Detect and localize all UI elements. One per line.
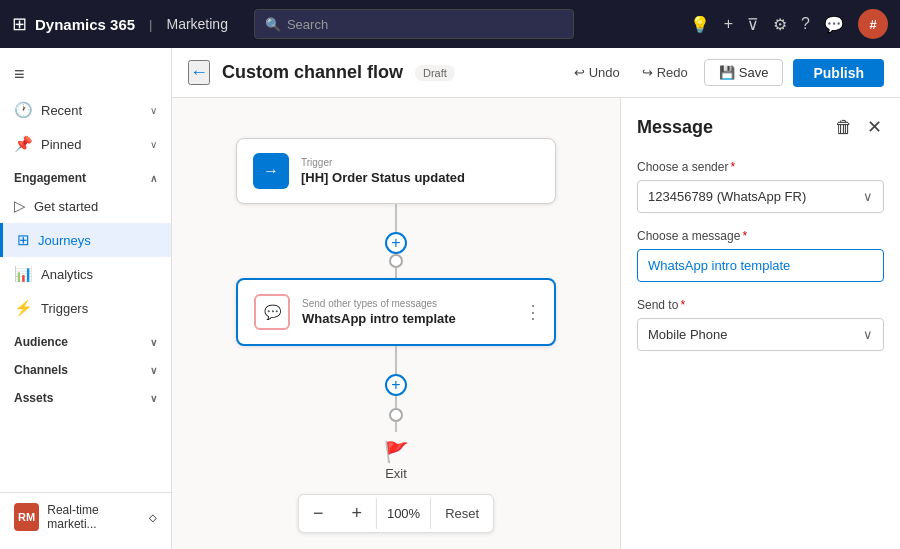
sender-label: Choose a sender* xyxy=(637,160,884,174)
get-started-label: Get started xyxy=(34,199,98,214)
triggers-icon: ⚡ xyxy=(14,299,33,317)
message-field: Choose a message* WhatsApp intro templat… xyxy=(637,229,884,298)
sidebar-bottom[interactable]: RM Real-time marketi... ◇ xyxy=(0,492,171,541)
message-content: Send other types of messages WhatsApp in… xyxy=(302,298,456,326)
engagement-section: Engagement ∧ xyxy=(0,161,171,189)
right-panel: Message 🗑 ✕ Choose a sender* 123456789 (… xyxy=(620,98,900,549)
back-button[interactable]: ← xyxy=(188,60,210,85)
top-navigation: ⊞ Dynamics 365 | Marketing 🔍 💡 + ⊽ ⚙ ? 💬… xyxy=(0,0,900,48)
trigger-icon-box: → xyxy=(253,153,289,189)
panel-title: Message xyxy=(637,117,833,138)
message-input[interactable]: WhatsApp intro template xyxy=(637,249,884,282)
sidebar-item-get-started[interactable]: ▷ Get started xyxy=(0,189,171,223)
subheader-actions: ↩ Undo ↪ Redo 💾 Save Publish xyxy=(568,59,884,87)
panel-header: Message 🗑 ✕ xyxy=(637,114,884,140)
node-menu-icon[interactable]: ⋮ xyxy=(524,301,542,323)
bottom-avatar: RM xyxy=(14,503,39,531)
sender-select[interactable]: 123456789 (WhatsApp FR) ∨ xyxy=(637,180,884,213)
save-label: Save xyxy=(739,65,769,80)
page-title: Custom channel flow xyxy=(222,62,403,83)
main-content: ← Custom channel flow Draft ↩ Undo ↪ Red… xyxy=(172,48,900,549)
undo-icon: ↩ xyxy=(574,65,585,80)
zoom-in-button[interactable]: + xyxy=(337,495,376,532)
sendto-field: Send to* Mobile Phone ∨ xyxy=(637,298,884,367)
save-icon: 💾 xyxy=(719,65,735,80)
search-icon: 🔍 xyxy=(265,17,281,32)
connector-5 xyxy=(395,422,397,432)
undo-label: Undo xyxy=(589,65,620,80)
sidebar-item-recent[interactable]: 🕐 Recent ∨ xyxy=(0,93,171,127)
engagement-chevron[interactable]: ∧ xyxy=(150,173,157,184)
exit-label: Exit xyxy=(385,466,407,481)
nav-icons: 💡 + ⊽ ⚙ ? 💬 # xyxy=(690,9,888,39)
connector-circle-2 xyxy=(389,408,403,422)
analytics-icon: 📊 xyxy=(14,265,33,283)
zoom-bar: − + 100% Reset xyxy=(298,494,494,533)
analytics-label: Analytics xyxy=(41,267,93,282)
search-input[interactable] xyxy=(287,17,563,32)
add-node-2[interactable]: + xyxy=(385,374,407,396)
lightbulb-icon[interactable]: 💡 xyxy=(690,15,710,34)
connector-4 xyxy=(395,396,397,408)
channels-section: Channels ∨ xyxy=(0,353,171,381)
zoom-reset-button[interactable]: Reset xyxy=(431,498,493,529)
triggers-label: Triggers xyxy=(41,301,88,316)
recent-label: Recent xyxy=(41,103,82,118)
save-button[interactable]: 💾 Save xyxy=(704,59,784,86)
trigger-node[interactable]: → Trigger [HH] Order Status updated xyxy=(236,138,556,204)
sidebar-item-analytics[interactable]: 📊 Analytics xyxy=(0,257,171,291)
message-label: Send other types of messages xyxy=(302,298,456,309)
settings-icon[interactable]: ⚙ xyxy=(773,15,787,34)
add-node-1[interactable]: + xyxy=(385,232,407,254)
get-started-icon: ▷ xyxy=(14,197,26,215)
message-field-label: Choose a message* xyxy=(637,229,884,243)
sidebar-item-triggers[interactable]: ⚡ Triggers xyxy=(0,291,171,325)
sendto-select[interactable]: Mobile Phone ∨ xyxy=(637,318,884,351)
add-icon[interactable]: + xyxy=(724,15,733,33)
avatar[interactable]: # xyxy=(858,9,888,39)
trigger-title: [HH] Order Status updated xyxy=(301,170,465,185)
redo-label: Redo xyxy=(657,65,688,80)
message-node[interactable]: 💬 Send other types of messages WhatsApp … xyxy=(236,278,556,346)
exit-node: 🚩 Exit xyxy=(384,440,409,481)
redo-button[interactable]: ↪ Redo xyxy=(636,61,694,84)
filter-icon[interactable]: ⊽ xyxy=(747,15,759,34)
sidebar: ≡ 🕐 Recent ∨ 📌 Pinned ∨ Engagement ∧ ▷ G… xyxy=(0,48,172,549)
sender-field: Choose a sender* 123456789 (WhatsApp FR)… xyxy=(637,160,884,229)
pinned-chevron: ∨ xyxy=(150,139,157,150)
assets-chevron[interactable]: ∨ xyxy=(150,393,157,404)
main-layout: ≡ 🕐 Recent ∨ 📌 Pinned ∨ Engagement ∧ ▷ G… xyxy=(0,48,900,549)
publish-button[interactable]: Publish xyxy=(793,59,884,87)
connector-2 xyxy=(395,268,397,278)
app-logo: ⊞ Dynamics 365 | Marketing xyxy=(12,13,228,35)
close-button[interactable]: ✕ xyxy=(865,114,884,140)
chat-icon[interactable]: 💬 xyxy=(824,15,844,34)
sendto-chevron-icon: ∨ xyxy=(863,327,873,342)
panel-actions: 🗑 ✕ xyxy=(833,114,884,140)
flow-nodes: → Trigger [HH] Order Status updated + xyxy=(236,138,556,481)
help-icon[interactable]: ? xyxy=(801,15,810,33)
exit-flag-icon: 🚩 xyxy=(384,440,409,464)
grid-icon[interactable]: ⊞ xyxy=(12,13,27,35)
sendto-label: Send to* xyxy=(637,298,884,312)
channels-chevron[interactable]: ∨ xyxy=(150,365,157,376)
journeys-label: Journeys xyxy=(38,233,91,248)
undo-button[interactable]: ↩ Undo xyxy=(568,61,626,84)
app-name: Dynamics 365 xyxy=(35,16,135,33)
module-name: Marketing xyxy=(166,16,227,32)
delete-button[interactable]: 🗑 xyxy=(833,115,855,140)
canvas-area: → Trigger [HH] Order Status updated + xyxy=(172,98,900,549)
sidebar-item-pinned[interactable]: 📌 Pinned ∨ xyxy=(0,127,171,161)
journeys-icon: ⊞ xyxy=(17,231,30,249)
search-box[interactable]: 🔍 xyxy=(254,9,574,39)
audience-label: Audience xyxy=(14,335,68,349)
sidebar-item-journeys[interactable]: ⊞ Journeys xyxy=(0,223,171,257)
bottom-chevron: ◇ xyxy=(149,512,157,523)
zoom-out-button[interactable]: − xyxy=(299,495,338,532)
trigger-content: Trigger [HH] Order Status updated xyxy=(301,157,465,185)
connector-3 xyxy=(395,346,397,374)
trigger-label: Trigger xyxy=(301,157,465,168)
hamburger-menu[interactable]: ≡ xyxy=(0,56,171,93)
flow-canvas[interactable]: → Trigger [HH] Order Status updated + xyxy=(172,98,620,549)
audience-chevron[interactable]: ∨ xyxy=(150,337,157,348)
